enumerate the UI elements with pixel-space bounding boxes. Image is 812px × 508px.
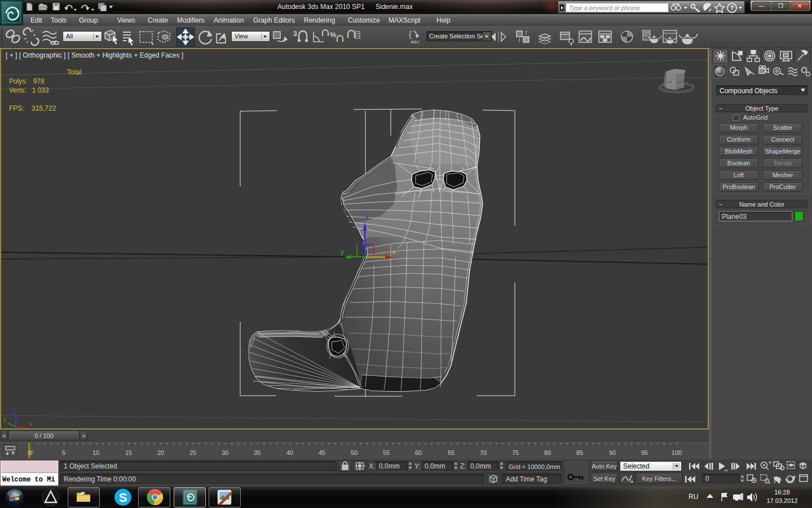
svg-text:25: 25 <box>189 449 196 456</box>
svg-text:y: y <box>341 249 344 255</box>
svg-text:ABC: ABC <box>411 40 420 45</box>
svg-text:55: 55 <box>383 449 390 456</box>
svg-text:?: ? <box>730 5 734 11</box>
svg-text:S: S <box>119 491 127 505</box>
svg-text:FRONT: FRONT <box>677 81 689 84</box>
svg-text:x: x <box>392 249 396 255</box>
svg-text:y: y <box>3 416 6 422</box>
svg-text:85: 85 <box>576 449 583 456</box>
svg-text:35: 35 <box>254 449 261 456</box>
svg-text:20: 20 <box>157 449 164 456</box>
svg-text:30: 30 <box>222 449 228 456</box>
svg-text:45: 45 <box>319 449 325 456</box>
svg-text:z: z <box>13 410 16 417</box>
svg-text:95: 95 <box>641 449 648 456</box>
svg-text:50: 50 <box>351 449 358 456</box>
svg-text:x: x <box>29 421 32 427</box>
svg-text:10: 10 <box>92 449 99 456</box>
svg-text:15: 15 <box>125 449 132 456</box>
svg-text:65: 65 <box>448 449 454 456</box>
svg-text:{: { <box>409 30 412 39</box>
svg-text:90: 90 <box>609 449 616 456</box>
svg-text:3: 3 <box>293 30 297 38</box>
svg-text:100: 100 <box>672 449 682 456</box>
svg-text:%: % <box>330 30 337 39</box>
svg-text:70: 70 <box>480 449 487 456</box>
svg-text:z: z <box>365 213 368 219</box>
svg-text:60: 60 <box>415 449 422 456</box>
svg-text:80: 80 <box>544 449 551 456</box>
svg-text:FR: FR <box>668 81 673 84</box>
svg-text:75: 75 <box>512 449 519 456</box>
svg-text:0: 0 <box>28 449 32 456</box>
svg-text:5: 5 <box>62 449 65 456</box>
svg-text:40: 40 <box>286 449 293 456</box>
